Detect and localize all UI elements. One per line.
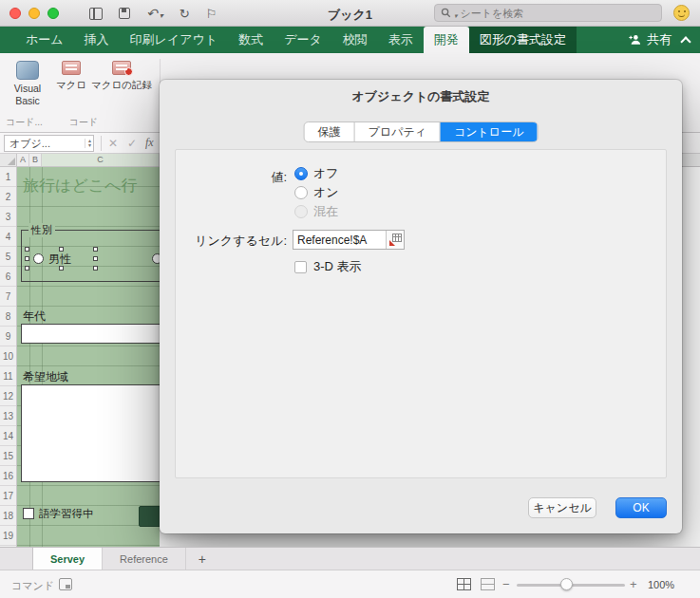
row-header[interactable]: 18 xyxy=(0,506,16,526)
close-window-button[interactable] xyxy=(9,8,21,19)
selection-handle[interactable] xyxy=(25,256,29,261)
ok-button[interactable]: OK xyxy=(615,497,667,518)
flag-icon xyxy=(206,5,218,22)
status-bar: コマンド − + 100% xyxy=(0,570,700,598)
row-header[interactable]: 5 xyxy=(0,247,16,267)
tab-data[interactable]: データ xyxy=(274,27,332,53)
search-icon xyxy=(441,8,451,18)
row-header[interactable]: 11 xyxy=(0,366,16,386)
zoom-out-button[interactable]: − xyxy=(502,577,510,591)
linked-cell-field[interactable] xyxy=(293,230,405,250)
zoom-slider-knob[interactable] xyxy=(560,578,573,590)
selection-handle[interactable] xyxy=(93,247,98,252)
value-option-on[interactable]: オン xyxy=(294,184,339,201)
zoom-percentage[interactable]: 100% xyxy=(648,579,674,590)
value-option-mixed: 混在 xyxy=(294,203,338,220)
sheet-tab-servey[interactable]: Servey xyxy=(32,548,103,570)
sheet-tab-reference[interactable]: Reference xyxy=(103,548,186,570)
tab-review[interactable]: 校閲 xyxy=(332,27,378,53)
threed-checkbox-icon[interactable] xyxy=(294,261,307,273)
tab-protection[interactable]: 保護 xyxy=(305,122,355,141)
row-header[interactable]: 19 xyxy=(0,526,16,546)
row-header[interactable]: 1 xyxy=(0,167,16,187)
workbook-icon[interactable] xyxy=(89,8,103,20)
column-header-a[interactable]: A xyxy=(17,154,29,166)
tab-insert[interactable]: 挿入 xyxy=(74,27,120,53)
tab-home[interactable]: ホーム xyxy=(15,27,74,53)
tab-view[interactable]: 表示 xyxy=(378,27,424,53)
confirm-entry-icon[interactable]: ✓ xyxy=(127,137,137,150)
zoom-window-button[interactable] xyxy=(47,8,59,19)
selection-handle[interactable] xyxy=(25,266,29,271)
select-all-corner[interactable] xyxy=(0,154,17,166)
share-button[interactable]: 共有 xyxy=(628,27,672,53)
tab-shape-format[interactable]: 図形の書式設定 xyxy=(469,27,577,53)
tab-developer[interactable]: 開発 xyxy=(424,27,469,53)
tab-formulas[interactable]: 数式 xyxy=(228,27,274,53)
insert-function-icon[interactable]: fx xyxy=(145,136,154,150)
linked-cell-label: リンクするセル: xyxy=(160,233,287,250)
language-checkbox[interactable] xyxy=(23,508,34,519)
radio-on-icon[interactable] xyxy=(294,186,308,199)
record-macro-button[interactable]: マクロの記録 xyxy=(91,61,152,91)
submit-button[interactable] xyxy=(139,506,160,527)
threed-display-option[interactable]: 3-D 表示 xyxy=(294,258,362,275)
add-sheet-button[interactable]: + xyxy=(186,548,218,570)
row-header[interactable]: 10 xyxy=(0,346,16,366)
macros-button[interactable]: マクロ xyxy=(53,61,89,91)
radio-off-icon[interactable] xyxy=(294,167,308,180)
zoom-in-button[interactable]: + xyxy=(630,577,637,591)
page-layout-view-icon[interactable] xyxy=(481,578,495,590)
dialog-content-panel xyxy=(175,149,667,478)
row-header[interactable]: 4 xyxy=(0,227,16,247)
name-box[interactable]: オブジ... xyxy=(4,135,94,152)
tab-page-layout[interactable]: 印刷レイアウト xyxy=(120,27,229,53)
male-radio-button[interactable] xyxy=(33,253,44,264)
row-header[interactable]: 15 xyxy=(0,446,16,466)
row-header[interactable]: 6 xyxy=(0,267,16,287)
search-scope-caret-icon[interactable] xyxy=(454,5,458,22)
row-header[interactable]: 14 xyxy=(0,426,16,446)
undo-button[interactable] xyxy=(146,5,163,22)
row-header[interactable]: 2 xyxy=(0,187,16,207)
row-header[interactable]: 8 xyxy=(0,307,16,327)
save-icon[interactable] xyxy=(119,8,130,19)
row-header[interactable]: 7 xyxy=(0,287,16,307)
status-mode-icon xyxy=(59,578,72,590)
row-header[interactable]: 16 xyxy=(0,466,16,486)
normal-view-icon[interactable] xyxy=(457,578,471,590)
column-header-b[interactable]: B xyxy=(29,154,42,166)
search-input[interactable] xyxy=(461,8,655,19)
region-listbox[interactable] xyxy=(21,384,160,482)
formula-bar-separator xyxy=(101,136,102,151)
cancel-button[interactable]: キャンセル xyxy=(528,497,596,518)
name-box-stepper-icon[interactable] xyxy=(85,139,91,148)
row-header[interactable]: 3 xyxy=(0,207,16,227)
format-object-dialog: オブジェクトの書式設定 保護 プロパティ コントロール 値: オフ オン 混在 … xyxy=(160,80,682,533)
selection-handle[interactable] xyxy=(25,247,29,252)
tab-control[interactable]: コントロール xyxy=(441,122,537,141)
female-radio-button[interactable] xyxy=(152,253,160,264)
selection-handle[interactable] xyxy=(93,256,98,261)
tab-properties[interactable]: プロパティ xyxy=(355,122,441,141)
titlebar: ブック1 xyxy=(0,0,700,27)
row-header[interactable]: 17 xyxy=(0,486,16,506)
selection-handle[interactable] xyxy=(93,266,98,271)
cancel-entry-icon[interactable]: ✕ xyxy=(108,137,118,150)
range-picker-button[interactable] xyxy=(386,231,404,249)
row-header[interactable]: 9 xyxy=(0,327,16,346)
feedback-smiley-icon[interactable] xyxy=(673,5,690,21)
value-option-off[interactable]: オフ xyxy=(294,165,339,182)
code-group-label: コード xyxy=(27,116,141,129)
visual-basic-button[interactable]: Visual Basic xyxy=(6,61,49,106)
row-header[interactable]: 12 xyxy=(0,386,16,406)
value-label: 値: xyxy=(160,169,287,186)
survey-form-area[interactable]: 旅行はどこへ行 性別 男性 年代 希望地域 語学習得中 xyxy=(17,167,160,547)
age-input-box[interactable] xyxy=(21,324,160,344)
minimize-window-button[interactable] xyxy=(28,8,40,19)
redo-icon[interactable] xyxy=(180,5,190,22)
row-header[interactable]: 13 xyxy=(0,406,16,426)
sheet-search-field[interactable] xyxy=(434,4,662,22)
collapse-ribbon-chevron-icon[interactable] xyxy=(680,36,691,47)
column-header-c[interactable]: C xyxy=(42,154,160,166)
